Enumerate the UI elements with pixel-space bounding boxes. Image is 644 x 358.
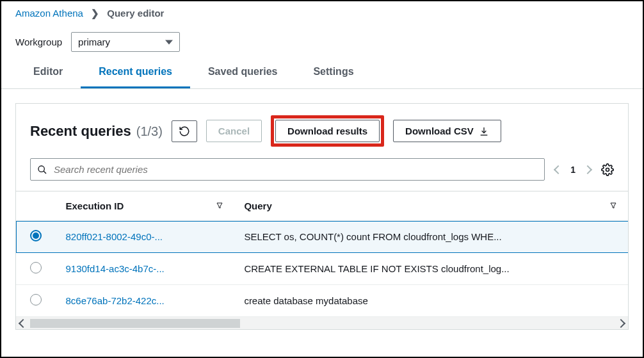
refresh-button[interactable] <box>172 120 197 142</box>
download-icon <box>479 126 489 136</box>
download-csv-label: Download CSV <box>405 126 474 136</box>
download-csv-button[interactable]: Download CSV <box>393 120 501 142</box>
search-icon <box>37 165 47 175</box>
tab-editor[interactable]: Editor <box>15 58 81 88</box>
tab-settings[interactable]: Settings <box>295 58 371 88</box>
scrollbar-thumb[interactable] <box>30 319 240 328</box>
chevron-right-icon: ❯ <box>91 8 99 19</box>
start-time: 2023-01-0 <box>627 221 628 253</box>
start-time: 2023-01-0 <box>627 285 628 317</box>
workgroup-value: primary <box>78 37 110 47</box>
settings-button[interactable] <box>601 163 614 176</box>
breadcrumb: Amazon Athena ❯ Query editor <box>1 1 643 23</box>
caret-down-icon <box>165 40 173 44</box>
scroll-left-icon[interactable] <box>19 319 28 328</box>
workgroup-label: Workgroup <box>15 37 62 47</box>
col-query[interactable]: Query <box>234 191 627 221</box>
recent-queries-table: Execution ID Query Start time <box>16 191 628 316</box>
query-text: create database mydatabase <box>234 285 627 317</box>
highlight-box: Download results <box>271 115 384 147</box>
search-row: 1 <box>16 153 628 191</box>
filter-icon[interactable] <box>609 200 617 211</box>
row-radio[interactable] <box>30 230 42 241</box>
row-radio[interactable] <box>30 262 42 273</box>
table-row[interactable]: 8c6e76ab-72b2-422c...create database myd… <box>16 285 628 317</box>
panel-header: Recent queries (1/3) Cancel Download res… <box>16 104 628 153</box>
row-radio[interactable] <box>30 294 42 305</box>
tab-recent-queries[interactable]: Recent queries <box>81 58 190 88</box>
scrollbar-track[interactable] <box>30 318 614 329</box>
col-execution-id[interactable]: Execution ID <box>55 191 234 221</box>
selection-count: (1/3) <box>136 124 163 139</box>
col-exec-label: Execution ID <box>65 200 124 211</box>
execution-id-link[interactable]: 820ff021-8002-49c0-... <box>65 231 163 242</box>
breadcrumb-current: Query editor <box>107 8 164 19</box>
start-time: 2023-01-0 <box>627 253 628 285</box>
refresh-icon <box>179 126 190 137</box>
pager-page: 1 <box>570 165 576 175</box>
svg-point-1 <box>606 168 609 171</box>
tab-saved-queries[interactable]: Saved queries <box>190 58 296 88</box>
pager: 1 <box>555 165 591 175</box>
workgroup-select[interactable]: primary <box>71 32 180 52</box>
execution-id-link[interactable]: 8c6e76ab-72b2-422c... <box>65 295 164 306</box>
download-results-button[interactable]: Download results <box>275 120 380 142</box>
panel-title-text: Recent queries <box>30 123 131 140</box>
table-wrap: Execution ID Query Start time <box>16 191 628 316</box>
recent-queries-panel: Recent queries (1/3) Cancel Download res… <box>15 103 629 330</box>
table-row[interactable]: 9130fd14-ac3c-4b7c-...CREATE EXTERNAL TA… <box>16 253 628 285</box>
panel-title: Recent queries (1/3) <box>30 123 163 140</box>
col-query-label: Query <box>244 200 271 211</box>
gear-icon <box>601 163 614 176</box>
query-text: SELECT os, COUNT(*) count FROM cloudfron… <box>234 221 627 253</box>
horizontal-scrollbar[interactable] <box>16 316 628 329</box>
svg-point-0 <box>38 166 44 172</box>
col-start-time[interactable]: Start time <box>627 191 628 221</box>
filter-icon[interactable] <box>216 200 223 211</box>
tabs: Editor Recent queries Saved queries Sett… <box>1 58 643 89</box>
table-row[interactable]: 820ff021-8002-49c0-...SELECT os, COUNT(*… <box>16 221 628 253</box>
execution-id-link[interactable]: 9130fd14-ac3c-4b7c-... <box>65 263 164 274</box>
breadcrumb-root[interactable]: Amazon Athena <box>15 8 83 19</box>
col-select <box>16 191 55 221</box>
search-input[interactable] <box>54 164 538 175</box>
query-text: CREATE EXTERNAL TABLE IF NOT EXISTS clou… <box>234 253 627 285</box>
workgroup-row: Workgroup primary <box>1 23 643 58</box>
cancel-button: Cancel <box>206 120 262 142</box>
pager-prev[interactable] <box>554 165 563 174</box>
scroll-right-icon[interactable] <box>616 319 625 328</box>
pager-next[interactable] <box>583 165 592 174</box>
search-input-wrapper[interactable] <box>30 158 545 181</box>
